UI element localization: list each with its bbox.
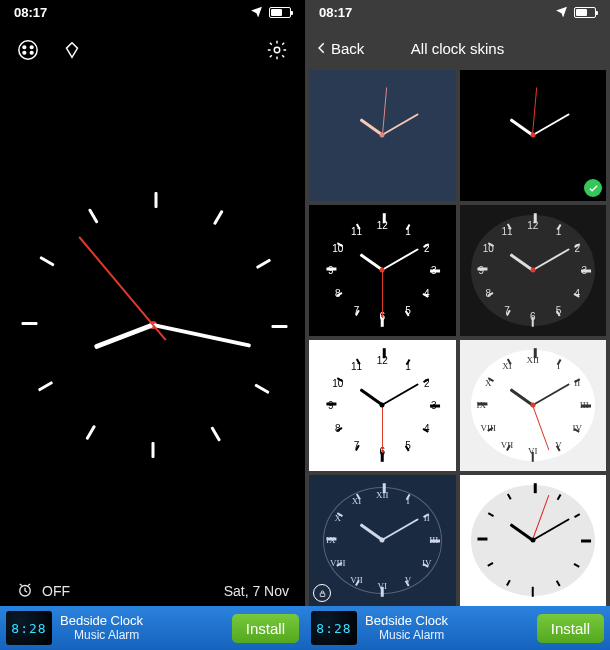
lock-icon	[313, 584, 331, 602]
skin-numbers-black[interactable]: 121234567891011	[309, 205, 456, 336]
screen-skins-list: 08:17 Back All clock skins 1212345678910…	[305, 0, 610, 650]
clock-tick	[21, 322, 37, 325]
status-right	[250, 4, 291, 20]
airplane-icon	[555, 4, 568, 20]
ad-title: Bedside Clock	[60, 614, 224, 628]
status-bar: 08:17	[0, 0, 305, 24]
alarm-toggle[interactable]: OFF	[16, 581, 70, 602]
svg-point-4	[30, 51, 33, 54]
status-time: 08:17	[319, 5, 352, 20]
selected-check-icon	[584, 179, 602, 197]
ad-subtitle: Music Alarm	[60, 629, 224, 642]
clock-tick	[271, 325, 287, 328]
svg-rect-8	[320, 593, 325, 596]
skins-header: Back All clock skins	[305, 30, 610, 66]
status-bar: 08:17	[305, 0, 610, 24]
clock-tick	[37, 381, 52, 392]
clock-tick	[255, 259, 270, 270]
airplane-icon	[250, 4, 263, 20]
clock-tick	[39, 256, 54, 267]
skins-grid[interactable]: 1212345678910111212345678910111212345678…	[309, 70, 606, 606]
ad-thumbnail: 8:28	[6, 611, 52, 645]
clock-face-main[interactable]	[0, 80, 305, 570]
ad-text: Bedside Clock Music Alarm	[60, 614, 224, 641]
ad-title: Bedside Clock	[365, 614, 529, 628]
skin-minimal-navy[interactable]	[309, 70, 456, 201]
svg-point-0	[19, 41, 37, 59]
battery-icon	[269, 7, 291, 18]
clock-tick	[88, 208, 99, 223]
screen-clock-main: 08:17 OFF	[0, 0, 305, 650]
clock-tick	[254, 384, 269, 395]
svg-point-3	[23, 51, 26, 54]
clock-hand-minute	[152, 323, 251, 348]
skins-title: All clock skins	[411, 40, 504, 57]
skin-white-roman[interactable]: XIIIIIIIIIVVVIVIIVIIIIXXXI	[460, 340, 607, 471]
alarm-label: OFF	[42, 583, 70, 599]
back-label: Back	[331, 40, 364, 57]
clock-hand-second	[78, 236, 153, 325]
back-button[interactable]: Back	[315, 40, 364, 57]
ad-thumbnail: 8:28	[311, 611, 357, 645]
ad-text: Bedside Clock Music Alarm	[365, 614, 529, 641]
skin-minimal-black[interactable]	[460, 70, 607, 201]
settings-button[interactable]	[265, 38, 289, 62]
ad-banner[interactable]: 8:28 Bedside Clock Music Alarm Install	[0, 606, 305, 650]
clock-tick	[210, 426, 221, 441]
alarm-icon	[16, 581, 34, 602]
svg-point-2	[30, 46, 33, 49]
date-label: Sat, 7 Nov	[224, 583, 289, 599]
ad-install-button[interactable]: Install	[537, 614, 604, 643]
clock-hand-hour	[94, 323, 154, 350]
ad-banner[interactable]: 8:28 Bedside Clock Music Alarm Install	[305, 606, 610, 650]
ad-install-button[interactable]: Install	[232, 614, 299, 643]
clock-tick	[213, 210, 224, 225]
status-right	[555, 4, 596, 20]
bottom-info-row: OFF Sat, 7 Nov	[0, 576, 305, 606]
top-toolbar	[0, 30, 305, 70]
clock-tick	[154, 192, 157, 208]
skin-numbers-dark[interactable]: 121234567891011	[460, 205, 607, 336]
favorite-button[interactable]	[60, 38, 84, 62]
svg-point-5	[274, 47, 280, 53]
clock-tick	[85, 425, 96, 440]
skin-white-arabic[interactable]: 121234567891011	[309, 340, 456, 471]
battery-icon	[574, 7, 596, 18]
svg-rect-7	[320, 458, 325, 461]
ad-subtitle: Music Alarm	[365, 629, 529, 642]
status-time: 08:17	[14, 5, 47, 20]
clock-tick	[151, 442, 154, 458]
svg-point-1	[23, 46, 26, 49]
lock-icon	[313, 449, 331, 467]
skin-grey-bold[interactable]	[460, 475, 607, 606]
skins-button[interactable]	[16, 38, 40, 62]
skin-navy-roman[interactable]: XIIIIIIIIIVVVIVIIVIIIIXXXI	[309, 475, 456, 606]
